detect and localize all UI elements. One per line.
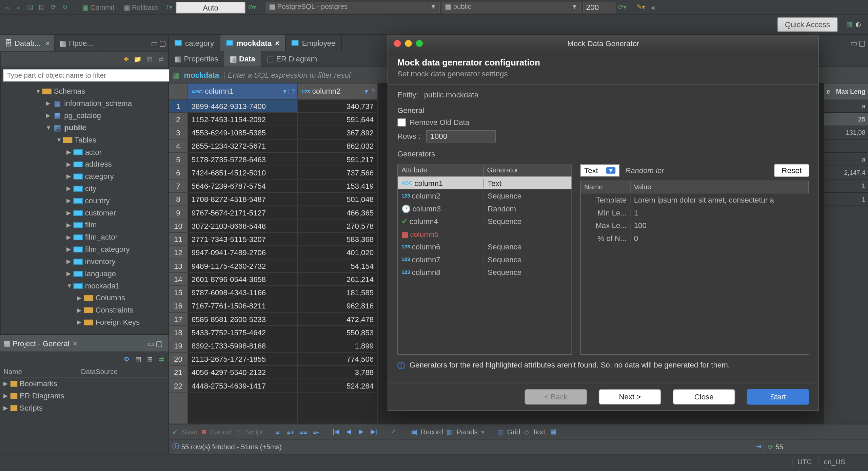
add-row-icon[interactable]: ≡+ — [286, 427, 295, 436]
folder-icon[interactable]: 📁 — [133, 54, 142, 63]
perspective-icon[interactable]: ▦ — [845, 20, 854, 29]
refresh-icon[interactable]: ⟳ — [48, 3, 58, 12]
datasource-select[interactable]: ▦ PostgreSQL - postgres▼ — [266, 1, 440, 13]
entity-value: public.mockdata — [424, 90, 478, 99]
sql-icon[interactable]: ▤ — [25, 3, 35, 12]
chart-icon[interactable]: ▦ — [549, 427, 558, 436]
maximize-icon[interactable]: ▢ — [159, 38, 166, 47]
first-icon[interactable]: |◀ — [331, 427, 340, 436]
add-icon[interactable]: ⊞ — [145, 354, 154, 363]
rollback-button[interactable]: ▣ Rollback — [120, 2, 162, 13]
refresh2-icon[interactable]: ⟳▾ — [618, 3, 627, 12]
info-message: ⓘGenerators for the red highlighted attr… — [397, 358, 809, 377]
tx-icon-2[interactable]: ⊘▾ — [248, 3, 257, 12]
minimize-icon[interactable]: ▭ — [147, 339, 154, 348]
remove-old-label: Remove Old Data — [410, 118, 469, 127]
maximize-icon[interactable]: ▢ — [156, 339, 162, 348]
tab-mockdata[interactable]: mockdata× — [220, 35, 286, 51]
plug-icon-2[interactable]: ⎓ — [14, 3, 23, 12]
rows-icon[interactable]: ≡ — [273, 427, 282, 436]
pencil-icon[interactable]: ✎▾ — [636, 3, 646, 12]
panels-button[interactable]: Panels — [456, 428, 478, 436]
mock-data-generator-dialog: Mock Data Generator Mock data generator … — [388, 35, 819, 411]
subtab-properties[interactable]: ▦Properties — [169, 51, 224, 67]
remove-old-data-checkbox[interactable] — [397, 118, 406, 127]
left-panel-tabs: 🗄Datab...× ▦Прое... ▭▢ — [0, 35, 168, 51]
db-toolbar: ✚ 📁 ▤ ⇄ — [1, 52, 168, 67]
del-row-icon[interactable]: ≡- — [312, 427, 321, 436]
generator-type-select[interactable]: Text▼ — [580, 165, 619, 177]
rows-label: Rows : — [397, 132, 420, 141]
next-button[interactable]: Next > — [599, 389, 661, 404]
expand-icon[interactable]: ⤢ — [389, 427, 398, 436]
commit-button[interactable]: ▣ Commit — [79, 2, 118, 13]
view-icon[interactable]: ▤ — [145, 54, 154, 63]
close-icon[interactable]: × — [275, 38, 279, 47]
right-properties-panel: eMax Leng a 25 131,08 a 2,147,4 1 1 — [824, 83, 868, 424]
tree-filter-input[interactable] — [3, 69, 170, 82]
column-header-column2[interactable]: 123 column2▼ ? — [298, 83, 377, 100]
link-icon[interactable]: ⇄ — [156, 54, 165, 63]
database-tree[interactable]: ▼Schemas ▶▦information_schema ▶▦pg_catal… — [1, 84, 168, 334]
dialog-titlebar[interactable]: Mock Data Generator — [388, 35, 818, 52]
row-limit-input[interactable] — [583, 1, 616, 13]
tx-icon[interactable]: T▾ — [164, 3, 174, 12]
project-panel-header: ▦ Project - General × ▭▢ — [0, 335, 168, 352]
dialog-title: Mock Data Generator — [388, 39, 818, 48]
plug-icon[interactable]: ⎓ — [2, 3, 12, 12]
sql-icon-2[interactable]: ▤ — [37, 3, 46, 12]
maximize-icon[interactable]: ▢ — [859, 38, 865, 47]
close-icon[interactable]: × — [45, 38, 50, 47]
project-item[interactable]: ▶Bookmarks — [0, 377, 168, 390]
tab-database-navigator[interactable]: 🗄Datab...× — [0, 35, 55, 51]
arrow-icon[interactable]: ↻ — [60, 3, 69, 12]
back-button[interactable]: < Back — [525, 389, 587, 404]
text-mode-button[interactable]: Text — [532, 428, 545, 436]
filter-icon[interactable]: ▼! ? — [282, 88, 295, 94]
schema-select[interactable]: ▦ public▼ — [442, 1, 580, 13]
back-icon[interactable]: ◄ — [648, 3, 657, 12]
tab-category[interactable]: category — [169, 35, 220, 51]
last-icon[interactable]: ▶| — [369, 427, 378, 436]
close-button[interactable]: Close — [673, 389, 735, 404]
main-toolbar: ⎓ ⎓ ▤ ▤ ⟳ ↻ ▣ Commit ▣ Rollback T▾ Auto … — [0, 0, 868, 15]
filter-icon[interactable]: ▼ ? — [363, 88, 375, 94]
minimize-icon[interactable]: ▭ — [151, 38, 158, 47]
reset-button[interactable]: Reset — [774, 164, 809, 177]
minimize-icon[interactable]: ▭ — [850, 38, 857, 47]
tx-mode-select[interactable]: Auto — [176, 1, 245, 13]
dialog-subheading: Set mock data generator settings — [397, 70, 809, 78]
column-header-column1[interactable]: ABC column1▼! ? — [188, 83, 297, 100]
grid-toolbar: ✔Save ✖Cancel ▤Script ≡ ≡+ ≡≡ ≡- |◀ ◀ ▶ … — [169, 424, 868, 439]
view-icon[interactable]: ▤ — [134, 354, 143, 363]
data-grid[interactable]: 12345678910111213141516171819202122 ABC … — [169, 83, 378, 424]
table-name-label: mockdata — [179, 71, 224, 79]
record-button[interactable]: Record — [421, 428, 443, 436]
filter-expression-input[interactable]: Enter a SQL expression to filter resul — [228, 71, 351, 79]
tab-employee[interactable]: Employee — [286, 35, 342, 51]
prev-icon[interactable]: ◀ — [344, 427, 353, 436]
next-icon[interactable]: ▶ — [357, 427, 366, 436]
project-item[interactable]: ▶Scripts — [0, 402, 168, 414]
project-item[interactable]: ▶ER Diagrams — [0, 390, 168, 402]
close-icon[interactable]: × — [73, 339, 77, 348]
perspective-icon-2[interactable]: ◐ — [854, 20, 863, 29]
generators-section: Generators — [397, 149, 809, 158]
new-conn-icon[interactable]: ✚ — [121, 54, 131, 63]
rows-input[interactable] — [426, 130, 496, 143]
gear-icon[interactable]: ⚙ — [122, 354, 131, 363]
info-icon: ⓘ — [397, 361, 405, 371]
quick-access-button[interactable]: Quick Access — [777, 17, 837, 32]
grid-mode-button[interactable]: Grid — [507, 428, 520, 436]
export-icon[interactable]: ⇥ — [754, 442, 763, 451]
link-icon[interactable]: ⇄ — [157, 354, 166, 363]
generator-name-label: Random ler — [625, 166, 664, 175]
subtab-er-diagram[interactable]: ⬚ER Diagram — [261, 51, 323, 67]
generators-table[interactable]: AttributeGenerator ABCcolumn1Text123colu… — [397, 164, 572, 355]
generator-props-table[interactable]: NameValue TemplateLorem ipsum dolor sit … — [580, 181, 809, 355]
subtab-data[interactable]: ▦Data — [224, 51, 261, 67]
start-button[interactable]: Start — [747, 389, 809, 404]
tab-projects[interactable]: ▦Прое... — [55, 35, 98, 51]
entity-label: Entity: — [397, 90, 418, 99]
dup-row-icon[interactable]: ≡≡ — [299, 427, 308, 436]
